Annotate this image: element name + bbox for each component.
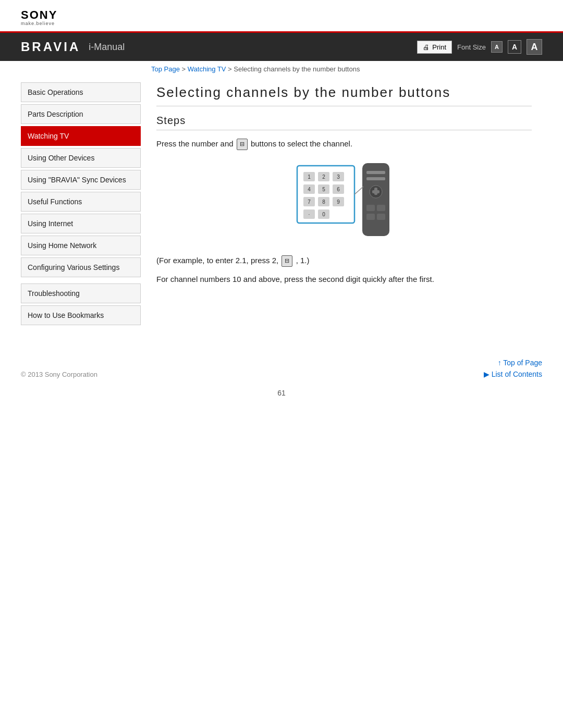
svg-text:6: 6 [337,187,340,192]
print-button[interactable]: 🖨 Print [417,41,452,54]
section-title: Steps [156,115,532,130]
svg-rect-32 [377,214,385,220]
svg-rect-24 [366,171,385,174]
sidebar-item-how-to-use-bookmarks[interactable]: How to Use Bookmarks [21,305,141,325]
imanual-label: i-Manual [89,42,125,53]
copyright: © 2013 Sony Corporation [21,371,97,378]
svg-text:·: · [309,212,310,217]
svg-text:3: 3 [337,174,340,180]
page-footer: © 2013 Sony Corporation ↑ Top of Page ▶ … [0,348,563,384]
remote-svg: 1 2 3 4 5 6 7 8 9 · 0 [292,161,396,244]
svg-text:7: 7 [308,199,311,205]
svg-rect-29 [366,205,375,211]
channel-button-icon2: ⊟ [282,255,292,267]
page-title: Selecting channels by the number buttons [156,84,532,106]
remote-illustration: 1 2 3 4 5 6 7 8 9 · 0 [156,161,532,244]
sidebar-item-basic-operations[interactable]: Basic Operations [21,82,141,102]
breadcrumb-watching-tv[interactable]: Watching TV [188,65,226,73]
footer-links: ↑ Top of Page ▶ List of Contents [484,359,542,378]
content-area: Selecting channels by the number buttons… [141,77,542,327]
nav-controls: 🖨 Print Font Size A A A [417,39,542,55]
up-arrow-icon: ↑ [498,359,504,367]
svg-text:9: 9 [337,199,340,205]
sidebar: Basic Operations Parts Description Watch… [21,77,141,327]
svg-rect-30 [377,205,385,211]
breadcrumb-current: Selecting channels by the number buttons [234,65,360,73]
breadcrumb: Top Page > Watching TV > Selecting chann… [0,61,563,77]
font-large-button[interactable]: A [527,39,542,55]
sidebar-item-parts-description[interactable]: Parts Description [21,104,141,124]
sony-logo: SONY make.believe [21,9,542,26]
page-number: 61 [0,384,563,408]
svg-rect-25 [366,177,385,180]
sidebar-item-using-other-devices[interactable]: Using Other Devices [21,148,141,168]
print-icon: 🖨 [423,43,430,51]
top-bar: SONY make.believe [0,0,563,33]
breadcrumb-top-page[interactable]: Top Page [151,65,180,73]
nav-bar: BRAVIA i-Manual 🖨 Print Font Size A A A [0,33,563,61]
bravia-title: BRAVIA i-Manual [21,40,125,54]
top-of-page-link[interactable]: ↑ Top of Page [498,359,542,367]
steps-paragraph2: (For example, to enter 2.1, press 2, ⊟ ,… [156,254,532,267]
svg-text:1: 1 [308,174,311,180]
sidebar-item-using-bravia-sync[interactable]: Using "BRAVIA" Sync Devices [21,170,141,190]
sidebar-item-configuring-settings[interactable]: Configuring Various Settings [21,257,141,277]
sidebar-item-using-home-network[interactable]: Using Home Network [21,236,141,255]
svg-line-33 [354,187,363,194]
sidebar-item-watching-tv[interactable]: Watching TV [21,126,141,146]
bravia-brand: BRAVIA [21,40,80,54]
list-of-contents-link[interactable]: ▶ List of Contents [484,370,542,378]
svg-text:2: 2 [322,174,325,180]
svg-rect-28 [374,188,377,195]
svg-text:0: 0 [322,212,325,217]
svg-text:4: 4 [308,187,311,192]
steps-paragraph1: Press the number and ⊟ buttons to select… [156,138,532,150]
main-layout: Basic Operations Parts Description Watch… [0,77,563,327]
steps-paragraph3: For channel numbers 10 and above, press … [156,273,532,286]
sidebar-item-troubleshooting[interactable]: Troubleshooting [21,283,141,303]
sidebar-divider [21,279,141,283]
svg-text:5: 5 [322,187,325,192]
font-size-label: Font Size [457,43,486,51]
channel-button-icon: ⊟ [237,139,248,150]
font-medium-button[interactable]: A [508,40,521,54]
svg-rect-31 [366,214,375,220]
sidebar-item-using-internet[interactable]: Using Internet [21,214,141,233]
arrow-icon: ▶ [484,370,492,378]
sidebar-item-useful-functions[interactable]: Useful Functions [21,192,141,212]
font-small-button[interactable]: A [491,41,503,53]
svg-text:8: 8 [322,199,325,205]
